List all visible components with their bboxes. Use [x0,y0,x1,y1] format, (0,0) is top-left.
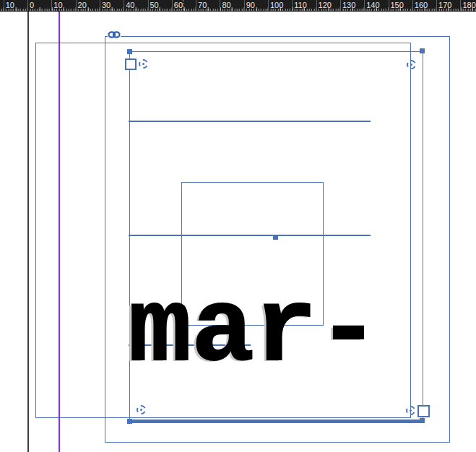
corner-widget-dot [142,63,144,65]
ruler-label: 30 [102,0,111,10]
ruler-major-tick [316,0,317,11]
text-in-port[interactable] [125,58,137,70]
ruler-label: 40 [126,0,134,10]
ruler-major-tick [340,0,341,11]
ruler-major-tick [244,0,245,11]
ruler-label: 90 [246,0,255,10]
selection-handle-top-left[interactable] [127,49,132,54]
ruler-major-tick [51,0,52,11]
selection-handle-top-right[interactable] [420,48,425,53]
horizontal-ruler[interactable]: 1001020304050607080901001101201301401501… [0,0,476,12]
ruler-label: 110 [294,0,307,10]
ruler-major-tick [292,0,293,11]
ruler-cursor-indicator [183,0,183,11]
type-line-1[interactable]: mar- [129,276,380,388]
ruler-label: 120 [319,0,332,10]
column-edge-line [27,11,29,452]
ruler-label: 10 [6,0,14,10]
ruler-major-tick [27,0,28,11]
ruler-label: 20 [78,0,87,10]
ruler-major-tick [436,0,437,11]
link-icon-glyph [108,30,121,39]
corner-widget-dot [140,409,142,411]
ruler-major-tick [4,0,4,11]
ruler-major-tick [389,0,389,11]
corner-widget-icon[interactable] [137,405,146,414]
ruler-major-tick [196,0,196,11]
ruler-label: 140 [366,0,379,10]
ruler-label: 0 [30,0,34,10]
ruler-label: 50 [150,0,159,10]
ruler-mid-ticks [0,7,476,11]
ruler-major-tick [124,0,124,11]
selection-center-point[interactable] [273,235,278,240]
ruler-major-tick [148,0,149,11]
ruler-major-tick [100,0,100,11]
ruler-guide[interactable] [59,11,60,452]
ruler-label: 10 [53,0,62,10]
ruler-major-tick [364,0,365,11]
corner-widget-icon[interactable] [406,406,415,415]
type-object[interactable]: mar- gin- al [129,38,380,452]
ruler-major-tick [460,0,461,11]
ruler-major-tick [220,0,220,11]
selection-handle-bottom-left[interactable] [127,419,132,424]
corner-widget-icon[interactable] [407,60,416,69]
ruler-label: 60 [174,0,183,10]
selection-handle-bottom-right[interactable] [420,418,425,423]
ruler-major-tick [268,0,269,11]
corner-widget-dot [410,64,412,66]
corner-widget-icon[interactable] [139,59,148,69]
link-icon[interactable] [108,30,121,39]
ruler-major-tick [412,0,413,11]
text-out-port[interactable] [417,405,430,417]
ruler-label: 180 [462,0,475,10]
ruler-label: 130 [342,0,355,10]
ruler-label: 160 [415,0,428,10]
ruler-label: 100 [270,0,283,10]
selected-frame-bottom-edge[interactable] [129,420,423,422]
ruler-major-tick [172,0,173,11]
corner-widget-dot [410,409,412,412]
ruler-label: 80 [222,0,230,10]
ruler-label: 170 [438,0,451,10]
ruler-label: 70 [198,0,207,10]
ruler-label: 150 [391,0,404,10]
ruler-major-tick [76,0,77,11]
